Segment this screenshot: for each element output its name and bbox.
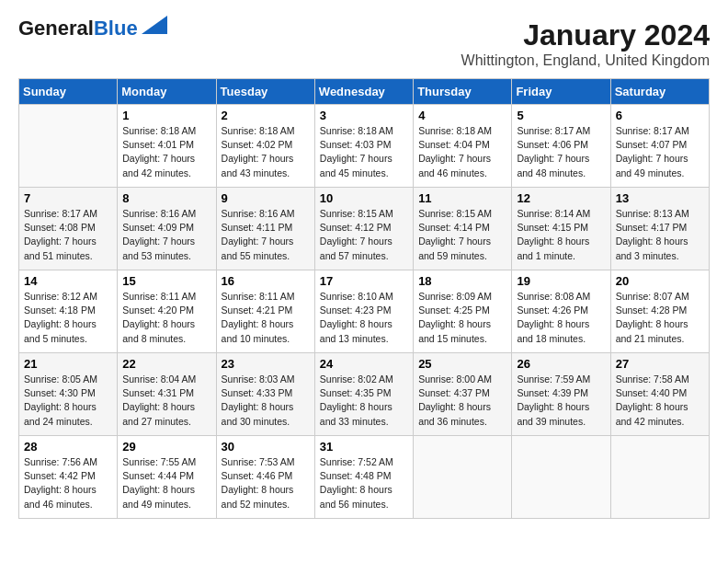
cell-info: Sunrise: 8:13 AMSunset: 4:17 PMDaylight:… bbox=[616, 207, 704, 263]
cell-info: Sunrise: 8:11 AMSunset: 4:21 PMDaylight:… bbox=[222, 290, 310, 346]
weekday-header-friday: Friday bbox=[512, 79, 610, 105]
cell-info: Sunrise: 8:17 AMSunset: 4:06 PMDaylight:… bbox=[517, 124, 605, 180]
cell-info: Sunrise: 8:11 AMSunset: 4:20 PMDaylight:… bbox=[122, 290, 210, 346]
calendar-cell: 30Sunrise: 7:53 AMSunset: 4:46 PMDayligh… bbox=[216, 436, 314, 519]
calendar-cell: 19Sunrise: 8:08 AMSunset: 4:26 PMDayligh… bbox=[512, 270, 610, 353]
cell-info: Sunrise: 8:10 AMSunset: 4:23 PMDaylight:… bbox=[320, 290, 408, 346]
day-number: 8 bbox=[122, 191, 210, 205]
cell-info: Sunrise: 8:09 AMSunset: 4:25 PMDaylight:… bbox=[418, 290, 506, 346]
calendar-cell: 24Sunrise: 8:02 AMSunset: 4:35 PMDayligh… bbox=[314, 353, 413, 436]
day-number: 30 bbox=[222, 440, 310, 454]
weekday-header-tuesday: Tuesday bbox=[216, 79, 314, 105]
weekday-header-sunday: Sunday bbox=[19, 79, 118, 105]
day-number: 26 bbox=[517, 357, 605, 371]
day-number: 18 bbox=[418, 274, 506, 288]
day-number: 19 bbox=[517, 274, 605, 288]
calendar-cell: 27Sunrise: 7:58 AMSunset: 4:40 PMDayligh… bbox=[610, 353, 709, 436]
calendar-cell: 5Sunrise: 8:17 AMSunset: 4:06 PMDaylight… bbox=[512, 105, 610, 188]
logo-blue: Blue bbox=[94, 17, 138, 40]
logo-text: GeneralBlue bbox=[18, 18, 138, 39]
calendar-cell bbox=[610, 436, 709, 519]
logo-general: General bbox=[18, 17, 94, 40]
week-row-3: 14Sunrise: 8:12 AMSunset: 4:18 PMDayligh… bbox=[19, 270, 710, 353]
calendar-cell: 6Sunrise: 8:17 AMSunset: 4:07 PMDaylight… bbox=[610, 105, 709, 188]
page-header: GeneralBlue January 2024 Whittington, En… bbox=[18, 18, 710, 69]
cell-info: Sunrise: 8:12 AMSunset: 4:18 PMDaylight:… bbox=[24, 290, 112, 346]
calendar-cell: 14Sunrise: 8:12 AMSunset: 4:18 PMDayligh… bbox=[19, 270, 118, 353]
calendar-cell: 3Sunrise: 8:18 AMSunset: 4:03 PMDaylight… bbox=[314, 105, 413, 188]
day-number: 12 bbox=[517, 191, 605, 205]
calendar-cell: 1Sunrise: 8:18 AMSunset: 4:01 PMDaylight… bbox=[118, 105, 216, 188]
cell-info: Sunrise: 7:55 AMSunset: 4:44 PMDaylight:… bbox=[122, 455, 210, 511]
day-number: 4 bbox=[418, 109, 506, 122]
calendar-cell: 29Sunrise: 7:55 AMSunset: 4:44 PMDayligh… bbox=[118, 436, 216, 519]
day-number: 11 bbox=[418, 191, 506, 205]
cell-info: Sunrise: 7:59 AMSunset: 4:39 PMDaylight:… bbox=[517, 373, 605, 429]
location: Whittington, England, United Kingdom bbox=[461, 52, 710, 69]
day-number: 20 bbox=[616, 274, 704, 288]
calendar-cell: 9Sunrise: 8:16 AMSunset: 4:11 PMDaylight… bbox=[216, 188, 314, 270]
calendar-cell: 13Sunrise: 8:13 AMSunset: 4:17 PMDayligh… bbox=[610, 188, 709, 270]
cell-info: Sunrise: 8:16 AMSunset: 4:11 PMDaylight:… bbox=[222, 207, 310, 263]
day-number: 15 bbox=[122, 274, 210, 288]
cell-info: Sunrise: 8:15 AMSunset: 4:12 PMDaylight:… bbox=[320, 207, 408, 263]
day-number: 7 bbox=[24, 191, 112, 205]
cell-info: Sunrise: 8:17 AMSunset: 4:08 PMDaylight:… bbox=[24, 207, 112, 263]
calendar-cell: 17Sunrise: 8:10 AMSunset: 4:23 PMDayligh… bbox=[314, 270, 413, 353]
calendar-cell: 12Sunrise: 8:14 AMSunset: 4:15 PMDayligh… bbox=[512, 188, 610, 270]
logo-icon bbox=[142, 16, 167, 34]
weekday-header-monday: Monday bbox=[118, 79, 216, 105]
calendar-cell: 28Sunrise: 7:56 AMSunset: 4:42 PMDayligh… bbox=[19, 436, 118, 519]
day-number: 14 bbox=[24, 274, 112, 288]
week-row-2: 7Sunrise: 8:17 AMSunset: 4:08 PMDaylight… bbox=[19, 188, 710, 270]
day-number: 2 bbox=[222, 109, 310, 122]
day-number: 28 bbox=[24, 440, 112, 454]
calendar-cell: 22Sunrise: 8:04 AMSunset: 4:31 PMDayligh… bbox=[118, 353, 216, 436]
calendar-cell: 15Sunrise: 8:11 AMSunset: 4:20 PMDayligh… bbox=[118, 270, 216, 353]
week-row-4: 21Sunrise: 8:05 AMSunset: 4:30 PMDayligh… bbox=[19, 353, 710, 436]
calendar-cell: 10Sunrise: 8:15 AMSunset: 4:12 PMDayligh… bbox=[314, 188, 413, 270]
day-number: 3 bbox=[320, 109, 408, 122]
calendar-cell: 7Sunrise: 8:17 AMSunset: 4:08 PMDaylight… bbox=[19, 188, 118, 270]
calendar-cell: 23Sunrise: 8:03 AMSunset: 4:33 PMDayligh… bbox=[216, 353, 314, 436]
weekday-header-wednesday: Wednesday bbox=[314, 79, 413, 105]
cell-info: Sunrise: 8:16 AMSunset: 4:09 PMDaylight:… bbox=[122, 207, 210, 263]
cell-info: Sunrise: 8:00 AMSunset: 4:37 PMDaylight:… bbox=[418, 373, 506, 429]
cell-info: Sunrise: 8:08 AMSunset: 4:26 PMDaylight:… bbox=[517, 290, 605, 346]
cell-info: Sunrise: 8:18 AMSunset: 4:03 PMDaylight:… bbox=[320, 124, 408, 180]
week-row-1: 1Sunrise: 8:18 AMSunset: 4:01 PMDaylight… bbox=[19, 105, 710, 188]
cell-info: Sunrise: 8:18 AMSunset: 4:02 PMDaylight:… bbox=[222, 124, 310, 180]
cell-info: Sunrise: 8:05 AMSunset: 4:30 PMDaylight:… bbox=[24, 373, 112, 429]
day-number: 13 bbox=[616, 191, 704, 205]
day-number: 1 bbox=[122, 109, 210, 122]
day-number: 16 bbox=[222, 274, 310, 288]
calendar-cell: 25Sunrise: 8:00 AMSunset: 4:37 PMDayligh… bbox=[414, 353, 512, 436]
calendar-cell: 31Sunrise: 7:52 AMSunset: 4:48 PMDayligh… bbox=[314, 436, 413, 519]
day-number: 31 bbox=[320, 440, 408, 454]
month-title: January 2024 bbox=[461, 18, 710, 52]
cell-info: Sunrise: 8:15 AMSunset: 4:14 PMDaylight:… bbox=[418, 207, 506, 263]
calendar-table: SundayMondayTuesdayWednesdayThursdayFrid… bbox=[18, 78, 710, 519]
cell-info: Sunrise: 8:14 AMSunset: 4:15 PMDaylight:… bbox=[517, 207, 605, 263]
cell-info: Sunrise: 7:56 AMSunset: 4:42 PMDaylight:… bbox=[24, 455, 112, 511]
day-number: 9 bbox=[222, 191, 310, 205]
logo: GeneralBlue bbox=[18, 18, 167, 39]
cell-info: Sunrise: 8:18 AMSunset: 4:04 PMDaylight:… bbox=[418, 124, 506, 180]
day-number: 6 bbox=[616, 109, 704, 122]
weekday-header-thursday: Thursday bbox=[414, 79, 512, 105]
svg-marker-0 bbox=[142, 16, 167, 34]
day-number: 22 bbox=[122, 357, 210, 371]
calendar-cell: 20Sunrise: 8:07 AMSunset: 4:28 PMDayligh… bbox=[610, 270, 709, 353]
calendar-cell: 26Sunrise: 7:59 AMSunset: 4:39 PMDayligh… bbox=[512, 353, 610, 436]
cell-info: Sunrise: 8:17 AMSunset: 4:07 PMDaylight:… bbox=[616, 124, 704, 180]
cell-info: Sunrise: 8:07 AMSunset: 4:28 PMDaylight:… bbox=[616, 290, 704, 346]
calendar-cell: 8Sunrise: 8:16 AMSunset: 4:09 PMDaylight… bbox=[118, 188, 216, 270]
day-number: 23 bbox=[222, 357, 310, 371]
day-number: 10 bbox=[320, 191, 408, 205]
weekday-header-saturday: Saturday bbox=[610, 79, 709, 105]
day-number: 17 bbox=[320, 274, 408, 288]
calendar-cell bbox=[414, 436, 512, 519]
day-number: 24 bbox=[320, 357, 408, 371]
weekday-header-row: SundayMondayTuesdayWednesdayThursdayFrid… bbox=[19, 79, 710, 105]
calendar-cell bbox=[19, 105, 118, 188]
